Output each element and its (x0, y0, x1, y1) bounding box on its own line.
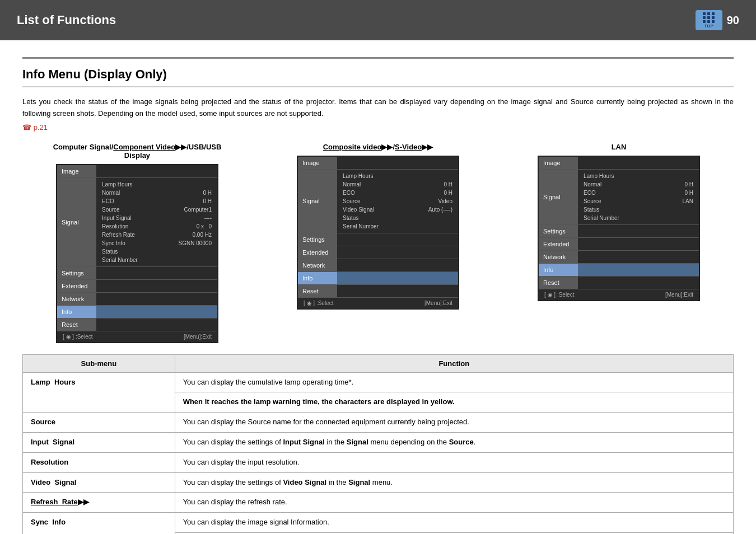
section-title: Info Menu (Display Only) (22, 67, 734, 87)
menu-item: Extended (298, 246, 458, 259)
screenshot-label-2: Composite video▶▶/S-Video▶▶ (323, 143, 433, 151)
menu-item: Network (539, 251, 699, 264)
submenu-cell: Sync Info (23, 513, 175, 534)
menu-footer-3: [ ◉ ] :Select [Menu]:Exit (539, 289, 699, 300)
submenu-cell: Source (23, 413, 175, 433)
menu-item: Extended (539, 238, 699, 251)
logo: TOP (696, 10, 722, 30)
screenshot-lan: LAN Image Signal Lamp Hours Normal0 H EC… (504, 143, 734, 301)
function-cell: You can display the input resolution. (175, 452, 733, 472)
menu-item: Image (539, 157, 699, 170)
menu-item: Reset (539, 277, 699, 289)
page-number: 90 (727, 14, 739, 27)
function-cell: You can display the settings of Video Si… (175, 472, 733, 493)
header: List of Functions TOP 90 (0, 0, 756, 40)
table-row: Resolution You can display the input res… (23, 452, 734, 472)
header-right: TOP 90 (696, 10, 739, 30)
projector-menu-2: Image Signal Lamp Hours Normal0 H ECO0 H… (297, 156, 459, 310)
function-table: Sub-menu Function Lamp Hours You can dis… (22, 354, 734, 534)
screenshot-label-3: LAN (612, 143, 627, 151)
menu-item: Signal Lamp Hours Normal0 H ECO0 H Sourc… (298, 170, 458, 233)
menu-item: Image (57, 165, 217, 178)
col-header-submenu: Sub-menu (23, 354, 175, 372)
screenshots-row: Computer Signal/Component Video▶▶/USB/US… (22, 143, 734, 343)
menu-item: Settings (57, 267, 217, 280)
screenshot-label-1: Computer Signal/Component Video▶▶/USB/US… (53, 143, 222, 160)
menu-item: Reset (57, 318, 217, 331)
menu-item-info: Info (298, 272, 458, 285)
content-area: Info Menu (Display Only) Lets you check … (0, 40, 756, 534)
menu-item: Extended (57, 280, 217, 293)
menu-footer-1: [ ◉ ] :Select [Menu]:Exit (57, 331, 217, 342)
menu-item: Settings (298, 233, 458, 246)
table-row: Refresh Rate▶▶ You can display the refre… (23, 493, 734, 513)
intro-paragraph: Lets you check the status of the image s… (22, 96, 734, 120)
table-row: Sync Info You can display the image sign… (23, 513, 734, 533)
page-title: List of Functions (17, 13, 116, 27)
menu-footer-2: [ ◉ ] :Select [Menu]:Exit (298, 298, 458, 308)
reference-link[interactable]: p.21 (22, 123, 48, 132)
table-row: Lamp Hours You can display the cumulativ… (23, 372, 734, 392)
function-cell: You can display the settings of Input Si… (175, 432, 733, 452)
function-cell: You can display the image signal Informa… (175, 513, 733, 533)
function-cell: You can display the cumulative lamp oper… (175, 372, 733, 392)
submenu-cell: Refresh Rate▶▶ (23, 493, 175, 513)
menu-item: Signal Lamp Hours Normal0 H ECO0 H Sourc… (57, 178, 217, 267)
function-cell: When it reaches the lamp warning time, t… (175, 392, 733, 413)
projector-menu-3: Image Signal Lamp Hours Normal0 H ECO0 H… (538, 156, 700, 301)
col-header-function: Function (175, 354, 733, 372)
function-cell: You can display the Source name for the … (175, 413, 733, 433)
submenu-cell: Lamp Hours (23, 372, 175, 413)
menu-item-info: Info (539, 264, 699, 277)
menu-item: Image (298, 157, 458, 170)
screenshot-composite: Composite video▶▶/S-Video▶▶ Image Signal… (263, 143, 493, 310)
menu-item: Network (57, 293, 217, 306)
table-row: Video Signal You can display the setting… (23, 472, 734, 493)
submenu-cell: Resolution (23, 452, 175, 472)
function-cell: You can display the refresh rate. (175, 493, 733, 513)
menu-item: Signal Lamp Hours Normal0 H ECO0 H Sourc… (539, 170, 699, 225)
menu-item: Reset (298, 285, 458, 298)
menu-item: Settings (539, 225, 699, 238)
screenshot-computer-signal: Computer Signal/Component Video▶▶/USB/US… (22, 143, 252, 343)
table-row: Source You can display the Source name f… (23, 413, 734, 433)
submenu-cell: Video Signal (23, 472, 175, 493)
submenu-cell: Input Signal (23, 432, 175, 452)
menu-item-info: Info (57, 306, 217, 318)
table-row: Input Signal You can display the setting… (23, 432, 734, 452)
menu-item: Network (298, 259, 458, 272)
projector-menu-1: Image Signal Lamp Hours Normal0 H ECO0 H… (56, 164, 218, 343)
refresh-rate-link[interactable]: Refresh Rate (31, 498, 78, 506)
